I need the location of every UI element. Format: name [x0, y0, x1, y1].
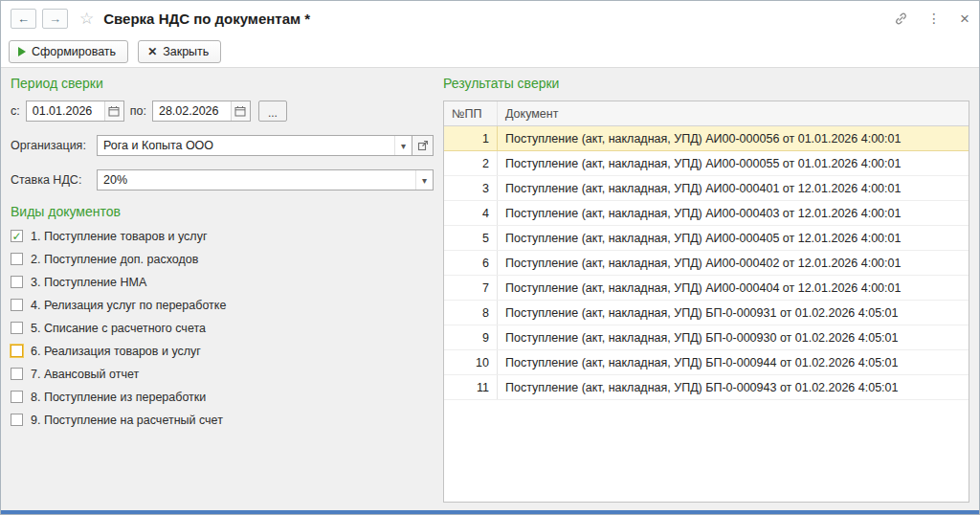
- doc-type-item[interactable]: 2. Поступление доп. расходов: [11, 252, 434, 266]
- chevron-down-icon[interactable]: ▾: [394, 136, 412, 155]
- open-organization-icon[interactable]: [412, 135, 434, 156]
- doc-type-label: 9. Поступление на расчетный счет: [31, 414, 223, 427]
- date-from-label: с:: [11, 104, 20, 118]
- doc-type-item[interactable]: ✓1. Поступление товаров и услуг: [11, 229, 434, 243]
- date-to-field[interactable]: 28.02.2026: [152, 101, 251, 122]
- page-title: Сверка НДС по документам *: [103, 11, 310, 27]
- row-document-cell: Поступление (акт, накладная, УПД) АИ00-0…: [498, 176, 969, 200]
- close-window-icon[interactable]: ×: [960, 11, 969, 27]
- date-from-value[interactable]: 01.01.2026: [27, 101, 104, 121]
- date-to-label: по:: [130, 104, 146, 118]
- doc-type-item[interactable]: 5. Списание с расчетного счета: [11, 321, 434, 335]
- table-row[interactable]: 9Поступление (акт, накладная, УПД) БП-0-…: [444, 325, 969, 350]
- doc-type-label: 5. Списание с расчетного счета: [31, 322, 206, 335]
- generate-button[interactable]: Сформировать: [9, 40, 128, 63]
- forward-button[interactable]: →: [42, 9, 68, 29]
- favorite-star-icon[interactable]: ☆: [79, 11, 94, 27]
- vat-rate-row: Ставка НДС: 20% ▾: [11, 169, 434, 190]
- results-table-body: 1Поступление (акт, накладная, УПД) АИ00-…: [444, 126, 969, 502]
- row-number-cell: 3: [444, 176, 498, 200]
- row-number-cell: 1: [444, 126, 498, 150]
- date-from-field[interactable]: 01.01.2026: [26, 101, 124, 122]
- table-row[interactable]: 7Поступление (акт, накладная, УПД) АИ00-…: [444, 276, 969, 301]
- checkbox-icon[interactable]: [11, 253, 23, 265]
- column-header-document[interactable]: Документ: [498, 101, 969, 125]
- chevron-down-icon[interactable]: ▾: [415, 170, 433, 190]
- close-x-icon: ✕: [147, 46, 157, 57]
- doc-type-item[interactable]: 9. Поступление на расчетный счет: [11, 413, 434, 427]
- close-button-label: Закрыть: [163, 45, 209, 58]
- row-number-cell: 8: [444, 301, 498, 325]
- row-number-cell: 10: [444, 350, 498, 374]
- checkbox-icon[interactable]: [11, 322, 23, 334]
- vat-rate-value[interactable]: 20%: [98, 170, 415, 190]
- row-document-cell: Поступление (акт, накладная, УПД) АИ00-0…: [498, 251, 969, 275]
- checkbox-icon[interactable]: [11, 414, 23, 426]
- checkbox-icon[interactable]: [11, 345, 23, 357]
- organization-field[interactable]: Рога и Копыта ООО ▾: [97, 135, 412, 156]
- window-bottom-edge: [1, 510, 979, 514]
- checkbox-icon[interactable]: [11, 276, 23, 288]
- more-menu-icon[interactable]: ⋮: [927, 11, 941, 26]
- row-document-cell: Поступление (акт, накладная, УПД) АИ00-0…: [498, 151, 969, 175]
- row-document-cell: Поступление (акт, накладная, УПД) БП-0-0…: [498, 350, 969, 374]
- doc-type-label: 7. Авансовый отчет: [31, 368, 139, 381]
- organization-value[interactable]: Рога и Копыта ООО: [98, 136, 394, 155]
- command-toolbar: Сформировать ✕ Закрыть: [1, 35, 979, 68]
- row-number-cell: 4: [444, 201, 498, 225]
- row-document-cell: Поступление (акт, накладная, УПД) БП-0-0…: [498, 301, 969, 325]
- forward-arrow-icon: →: [49, 11, 61, 26]
- results-group-header: Результаты сверки: [443, 76, 969, 91]
- doc-type-item[interactable]: 8. Поступление из переработки: [11, 390, 434, 404]
- calendar-icon[interactable]: [104, 101, 123, 121]
- table-row[interactable]: 10Поступление (акт, накладная, УПД) БП-0…: [444, 350, 969, 375]
- row-document-cell: Поступление (акт, накладная, УПД) АИ00-0…: [498, 226, 969, 250]
- row-document-cell: Поступление (акт, накладная, УПД) БП-0-0…: [498, 375, 969, 399]
- table-row[interactable]: 11Поступление (акт, накладная, УПД) БП-0…: [444, 375, 969, 400]
- close-button[interactable]: ✕ Закрыть: [138, 40, 221, 63]
- settings-panel: Период сверки с: 01.01.2026 по:: [11, 72, 434, 503]
- table-row[interactable]: 5Поступление (акт, накладная, УПД) АИ00-…: [444, 226, 969, 251]
- row-document-cell: Поступление (акт, накладная, УПД) БП-0-0…: [498, 325, 969, 349]
- titlebar-actions: ⋮ ×: [894, 11, 969, 27]
- doc-type-item[interactable]: 7. Авансовый отчет: [11, 367, 434, 381]
- form-content: Период сверки с: 01.01.2026 по:: [1, 68, 979, 510]
- doc-type-label: 8. Поступление из переработки: [31, 391, 206, 404]
- doc-type-item[interactable]: 6. Реализация товаров и услуг: [11, 344, 434, 358]
- vat-rate-label: Ставка НДС:: [11, 173, 91, 187]
- checkbox-icon[interactable]: [11, 391, 23, 403]
- results-table-header: №ПП Документ: [444, 101, 969, 126]
- row-number-cell: 5: [444, 226, 498, 250]
- doc-type-item[interactable]: 3. Поступление НМА: [11, 275, 434, 289]
- table-row[interactable]: 8Поступление (акт, накладная, УПД) БП-0-…: [444, 301, 969, 325]
- period-row: с: 01.01.2026 по: 28.02.2026: [11, 101, 434, 122]
- calendar-icon[interactable]: [231, 101, 250, 121]
- play-icon: [18, 47, 26, 56]
- row-number-cell: 2: [444, 151, 498, 175]
- back-button[interactable]: ←: [11, 9, 36, 29]
- doc-type-label: 2. Поступление доп. расходов: [31, 253, 198, 266]
- doc-type-list: ✓1. Поступление товаров и услуг2. Поступ…: [11, 229, 434, 427]
- doc-type-label: 4. Релизация услуг по переработке: [31, 299, 226, 312]
- doc-type-label: 1. Поступление товаров и услуг: [31, 230, 207, 243]
- column-header-num[interactable]: №ПП: [444, 101, 498, 125]
- link-icon[interactable]: [894, 11, 908, 26]
- checkbox-checked-icon[interactable]: ✓: [11, 230, 23, 242]
- table-row[interactable]: 4Поступление (акт, накладная, УПД) АИ00-…: [444, 201, 969, 226]
- doc-type-item[interactable]: 4. Релизация услуг по переработке: [11, 298, 434, 312]
- organization-label: Организация:: [11, 139, 91, 152]
- table-row[interactable]: 1Поступление (акт, накладная, УПД) АИ00-…: [444, 126, 969, 151]
- date-to-value[interactable]: 28.02.2026: [153, 101, 231, 121]
- table-row[interactable]: 6Поступление (акт, накладная, УПД) АИ00-…: [444, 251, 969, 276]
- titlebar: ← → ☆ Сверка НДС по документам * ⋮ ×: [1, 1, 979, 35]
- results-panel: Результаты сверки №ПП Документ 1Поступле…: [443, 72, 969, 503]
- table-row[interactable]: 2Поступление (акт, накладная, УПД) АИ00-…: [444, 151, 969, 176]
- row-document-cell: Поступление (акт, накладная, УПД) АИ00-0…: [498, 126, 969, 150]
- vat-rate-field[interactable]: 20% ▾: [97, 169, 434, 190]
- period-more-button[interactable]: ...: [258, 101, 287, 122]
- table-row[interactable]: 3Поступление (акт, накладная, УПД) АИ00-…: [444, 176, 969, 201]
- row-number-cell: 7: [444, 276, 498, 300]
- organization-row: Организация: Рога и Копыта ООО ▾: [11, 135, 434, 156]
- checkbox-icon[interactable]: [11, 368, 23, 380]
- checkbox-icon[interactable]: [11, 299, 23, 311]
